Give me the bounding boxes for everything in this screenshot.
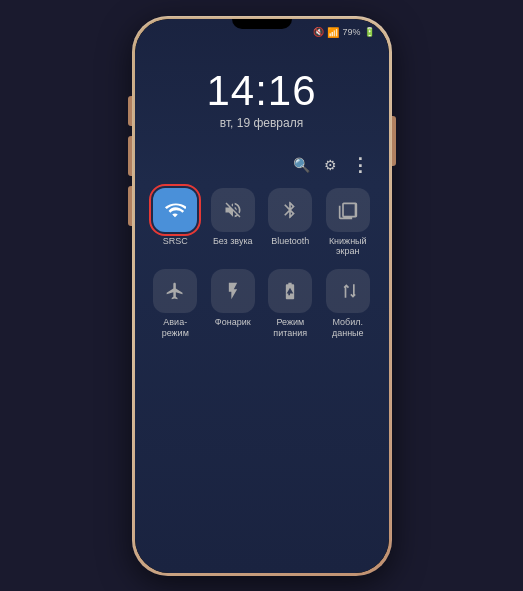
clock-time: 14:16 — [206, 70, 316, 112]
qs-item-flashlight[interactable]: Фонарик — [208, 269, 258, 339]
quick-settings: SRSC Без звука — [135, 180, 389, 347]
battery-text: 79% — [342, 27, 360, 37]
settings-icon[interactable]: ⚙ — [324, 157, 337, 173]
qs-icon-bluetooth — [268, 188, 312, 232]
qs-icon-mobile-data — [326, 269, 370, 313]
clock-area: 14:16 вт, 19 февраля — [135, 42, 389, 146]
phone-frame: 🔇 📶 79% 🔋 14:16 вт, 19 февраля 🔍 ⚙ ⋮ — [132, 16, 392, 576]
qs-label-silent: Без звука — [213, 236, 253, 247]
power-button[interactable] — [392, 116, 396, 166]
notch — [232, 19, 292, 29]
qs-icon-battery-saver — [268, 269, 312, 313]
qs-label-srsc: SRSC — [163, 236, 188, 247]
qs-item-battery-saver[interactable]: Режим питания — [266, 269, 316, 339]
qs-label-bluetooth: Bluetooth — [271, 236, 309, 247]
qs-label-flashlight: Фонарик — [215, 317, 251, 328]
qs-icon-airplane — [153, 269, 197, 313]
battery-icon: 🔋 — [364, 27, 375, 37]
qs-icon-book — [326, 188, 370, 232]
qs-label-battery-saver: Режим питания — [266, 317, 316, 339]
more-icon[interactable]: ⋮ — [351, 154, 369, 176]
signal-icon: 📶 — [327, 27, 339, 38]
qs-item-mobile-data[interactable]: Мобил. данные — [323, 269, 373, 339]
qs-row-2: Авиа-режим Фонарик — [151, 269, 373, 339]
mute-icon: 🔇 — [313, 27, 324, 37]
volume-down-button[interactable] — [128, 136, 132, 176]
qs-item-silent[interactable]: Без звука — [208, 188, 258, 258]
qs-row-1: SRSC Без звука — [151, 188, 373, 258]
qs-item-book[interactable]: Книжный экран — [323, 188, 373, 258]
top-right-icons: 🔍 ⚙ ⋮ — [135, 146, 389, 180]
qs-icon-silent — [211, 188, 255, 232]
bixby-button[interactable] — [128, 186, 132, 226]
phone-screen: 🔇 📶 79% 🔋 14:16 вт, 19 февраля 🔍 ⚙ ⋮ — [135, 19, 389, 573]
qs-label-airplane: Авиа-режим — [151, 317, 201, 339]
qs-icon-srsc — [153, 188, 197, 232]
screen: 🔇 📶 79% 🔋 14:16 вт, 19 февраля 🔍 ⚙ ⋮ — [135, 19, 389, 573]
volume-up-button[interactable] — [128, 96, 132, 126]
qs-label-mobile-data: Мобил. данные — [323, 317, 373, 339]
status-icons: 🔇 📶 79% 🔋 — [313, 27, 374, 38]
qs-item-bluetooth[interactable]: Bluetooth — [266, 188, 316, 258]
qs-icon-flashlight — [211, 269, 255, 313]
qs-item-srsc[interactable]: SRSC — [151, 188, 201, 258]
qs-item-airplane[interactable]: Авиа-режим — [151, 269, 201, 339]
clock-date: вт, 19 февраля — [220, 116, 303, 130]
qs-label-book: Книжный экран — [323, 236, 373, 258]
search-icon[interactable]: 🔍 — [293, 157, 310, 173]
